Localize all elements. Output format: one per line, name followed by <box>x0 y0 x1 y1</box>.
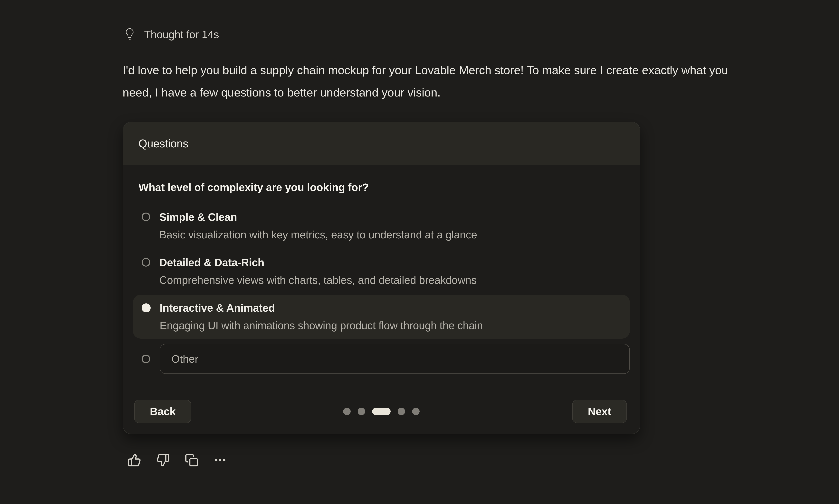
back-button[interactable]: Back <box>134 400 191 423</box>
question-text: What level of complexity are you looking… <box>139 181 630 194</box>
radio-unselected-icon[interactable] <box>142 258 150 267</box>
progress-dot <box>343 408 351 415</box>
other-option-input[interactable] <box>160 344 630 374</box>
progress-dots <box>343 408 420 415</box>
option-label: Interactive & Animated <box>160 302 483 314</box>
options-list: Simple & CleanBasic visualization with k… <box>133 204 630 374</box>
option-text: Simple & CleanBasic visualization with k… <box>159 211 477 241</box>
thumbs-down-button[interactable] <box>156 453 170 467</box>
thumbs-up-icon <box>127 453 141 467</box>
card-body: What level of complexity are you looking… <box>123 165 640 389</box>
lightbulb-icon <box>123 28 137 41</box>
card-header: Questions <box>123 122 640 165</box>
card-title: Questions <box>139 137 188 150</box>
option-interactive-animated[interactable]: Interactive & AnimatedEngaging UI with a… <box>133 295 630 339</box>
option-description: Engaging UI with animations showing prod… <box>160 319 483 332</box>
option-description: Comprehensive views with charts, tables,… <box>159 274 477 287</box>
progress-dot <box>358 408 365 415</box>
assistant-message-text: I'd love to help you build a supply chai… <box>123 59 757 104</box>
message-actions <box>127 453 757 467</box>
radio-unselected-icon[interactable] <box>142 355 150 363</box>
option-text: Detailed & Data-RichComprehensive views … <box>159 256 477 287</box>
questions-card: Questions What level of complexity are y… <box>123 122 640 434</box>
progress-dot <box>412 408 420 415</box>
progress-dot-active <box>372 408 390 415</box>
more-options-button[interactable] <box>213 453 227 467</box>
thought-header[interactable]: Thought for 14s <box>123 28 757 41</box>
option-description: Basic visualization with key metrics, ea… <box>159 228 477 241</box>
progress-dot <box>398 408 405 415</box>
copy-button[interactable] <box>185 453 198 467</box>
thumbs-up-button[interactable] <box>127 453 141 467</box>
thumbs-down-icon <box>156 453 170 467</box>
thought-label: Thought for 14s <box>144 28 219 41</box>
copy-icon <box>185 453 198 467</box>
option-detailed-data-rich[interactable]: Detailed & Data-RichComprehensive views … <box>133 249 630 293</box>
ellipsis-icon <box>213 453 227 467</box>
radio-selected-icon[interactable] <box>142 303 151 312</box>
chat-message: Thought for 14s I'd love to help you bui… <box>123 0 757 467</box>
option-label: Simple & Clean <box>159 211 477 223</box>
card-footer: Back Next <box>123 389 640 434</box>
next-button[interactable]: Next <box>572 400 627 423</box>
option-text: Interactive & AnimatedEngaging UI with a… <box>160 302 483 332</box>
option-simple-clean[interactable]: Simple & CleanBasic visualization with k… <box>133 204 630 248</box>
option-other[interactable] <box>133 344 630 374</box>
radio-unselected-icon[interactable] <box>142 213 150 221</box>
option-label: Detailed & Data-Rich <box>159 256 477 269</box>
